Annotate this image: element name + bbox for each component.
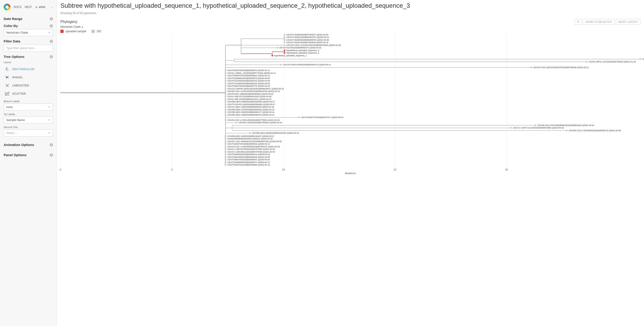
nextstrain-logo[interactable] [4,4,10,10]
filter-input[interactable] [4,44,53,52]
tree-tip[interactable] [284,42,286,43]
tree-tip[interactable] [224,90,226,92]
axis-tick: 10 [282,168,285,171]
tree-tip[interactable] [224,151,226,152]
info-icon[interactable]: i [50,154,53,157]
second-tree-select[interactable]: Select... ▼ [4,130,53,136]
collapse-sidebar-icon[interactable]: ‹ [52,5,53,9]
tree-tip[interactable] [224,88,226,90]
info-icon[interactable]: i [50,40,53,43]
tree-tip[interactable] [566,130,568,131]
tree-tip[interactable] [510,127,512,129]
reset-layout-button[interactable]: RESET LAYOUT [616,19,640,25]
info-icon[interactable]: i [50,55,53,58]
swatch-grey [92,30,95,33]
tree-tip[interactable] [224,70,226,71]
tree-tip[interactable] [535,124,536,126]
info-icon[interactable]: i [50,143,53,146]
tree-tip[interactable] [224,80,226,82]
top-nav: DOCS HELP alliblk ‹ [4,2,53,14]
tree-tip[interactable] [224,96,226,98]
tree-tip[interactable] [284,34,286,36]
tip-label: USA/UT-00290/2020|MT334557.1|2020-03-20 [286,34,328,36]
tip-label: Scotland/EDB2689/2020|OA964291.1|2020-03… [227,138,273,140]
tree-tip[interactable] [224,101,226,102]
tree-tip[interactable] [224,146,226,147]
tree-tip[interactable] [224,104,226,105]
tree-search-button[interactable] [575,19,582,25]
tree-tip[interactable] [224,112,226,113]
tree-tip[interactable] [249,132,251,134]
layout-option-scatter[interactable]: SCATTER [4,90,53,98]
tree-tip[interactable] [224,75,226,76]
help-link[interactable]: HELP [25,6,32,9]
tip-label: USA/TG648707/2020|MZ905922.1|2020-04-13 [227,75,270,77]
tree-tip[interactable] [224,98,226,100]
tree-tip[interactable] [530,66,532,68]
tree-tip[interactable] [236,122,238,124]
legend-20c[interactable]: 20C [92,30,102,33]
tree-tip[interactable] [224,114,226,116]
tree-tip[interactable] [224,138,226,140]
tree-tip[interactable] [224,164,226,166]
tree-tip[interactable] [224,162,226,163]
tree-tip[interactable] [284,36,286,38]
legend-uploaded[interactable]: uploaded sample [60,30,86,33]
tip-label: USA/TX-DSHS-0556/2020|MW093472.1|2020-05… [283,64,331,66]
info-icon[interactable]: i [50,24,53,28]
tree-tip[interactable] [284,52,286,54]
tip-label: USA/AZ-CDC-LC0024559/2021|MW780476.1|202… [227,146,280,148]
docs-link[interactable]: DOCS [14,6,22,9]
tree-tip[interactable] [280,64,282,66]
tree-tip[interactable] [224,140,226,142]
layout-option-radial[interactable]: RADIAL [4,73,53,81]
tip-label: USA/OH-CDC-QDX22292367/2021|MW728639.1|2… [533,66,589,68]
swatch-red [60,30,64,33]
tip-label: USA/MN-QDX-2053/2020|MW190789.1|2020-03-… [252,132,299,134]
phylogeny-tree[interactable]: USA/UT-00290/2020|MT334557.1|2020-03-20U… [60,34,640,174]
tree-tip[interactable] [586,61,588,62]
genome-count: Showing 50 of 50 genomes. [60,11,640,15]
clade-breadcrumb[interactable]: Nextstrain Clade ▲ [60,25,640,28]
tip-label: USA/MA-CDC-LC0024877/2021|MW812601.1|202… [642,58,644,60]
tree-tip[interactable] [284,44,286,46]
tree-tip[interactable] [224,143,226,145]
tree-tip[interactable] [224,135,226,137]
tip-label: USA/VA_NIDDL_3129/2020|MT776426.1|2020-0… [227,72,276,74]
color-by-header: Color By i [4,24,53,28]
tip-label: USA/NV-CDC-LC0012603/2021|MW643766.1|202… [227,90,280,92]
tree-tip[interactable] [272,55,273,56]
tree-tip[interactable] [224,78,226,79]
tree-tip[interactable] [224,148,226,150]
tip-label: USA/FHCRC-1866/2020|MW593258.1|2020-03-2… [227,93,273,95]
tree-tip[interactable] [224,72,226,74]
layout-option-unrooted[interactable]: UNROOTED [4,81,53,90]
tree-tip[interactable] [224,93,226,95]
tip-labels-select[interactable]: Sample Name ▼ [4,116,53,124]
layout-option-rectangular[interactable]: RECTANGULAR [4,65,53,73]
filter-data-header: Filter Data i [4,39,53,43]
tree-tip[interactable] [224,109,226,110]
tree-tip[interactable] [276,47,278,48]
tip-label: USA/LA-BIE-027/2020|MW441918.1|2020-04-0… [227,96,271,98]
tree-tip[interactable] [298,117,300,118]
phylogeny-title: Phylogeny [60,20,78,24]
tree-tip[interactable] [284,50,286,51]
branch-labels-select[interactable]: none ▼ [4,104,53,110]
zoom-to-selected-button[interactable]: ZOOM TO SELECTED [583,19,614,25]
tree-tip[interactable] [284,39,286,41]
tree-tip[interactable] [224,119,226,121]
info-icon[interactable]: i [50,17,53,20]
tree-tip[interactable] [224,159,226,160]
tree-tip[interactable] [224,83,226,84]
tree-tip[interactable] [224,85,226,87]
branch-labels-label: Branch Labels [4,100,53,102]
tree-tip[interactable] [224,106,226,108]
color-by-select[interactable]: Nextstrain Clade ▼ [4,29,53,36]
caret-down-icon: ▼ [48,106,50,108]
tree-tip[interactable] [224,154,226,155]
tip-label: USA/MN-QDX-1390/2020|MW065477.1|2020-03-… [227,111,274,113]
user-menu[interactable]: alliblk [35,6,46,9]
tree-tip[interactable] [224,156,226,158]
tree-tip[interactable] [640,58,641,60]
